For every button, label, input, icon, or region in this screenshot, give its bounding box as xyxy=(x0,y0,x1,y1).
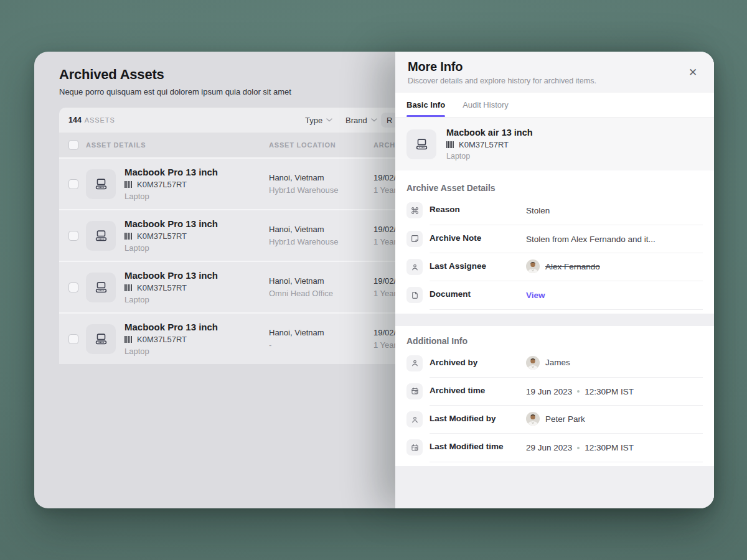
detail-label: Archived by xyxy=(430,358,526,367)
laptop-icon xyxy=(94,228,108,243)
detail-value: 19 Jun 2023 12:30PM IST xyxy=(526,386,703,398)
time-value: 12:30PM IST xyxy=(585,386,634,398)
asset-city: Hanoi, Vietnam xyxy=(269,225,374,234)
asset-serial: K0M37L57RT xyxy=(137,283,187,292)
user-name: James xyxy=(545,356,570,369)
chevron-down-icon xyxy=(326,118,332,122)
asset-name: Macbook air 13 inch xyxy=(446,128,533,138)
asset-thumb xyxy=(86,221,116,251)
note-icon xyxy=(406,231,423,247)
barcode-icon xyxy=(125,284,133,291)
calendar-clock-icon xyxy=(406,383,423,399)
select-all-checkbox[interactable] xyxy=(68,140,78,150)
filter-reason-label: R xyxy=(387,116,392,125)
detail-row-last-modified-by: Last Modified by Peter Park xyxy=(406,406,703,434)
section-divider xyxy=(395,314,714,326)
column-header-location: ASSET LOCATION xyxy=(269,141,374,149)
asset-serial: K0M37L57RT xyxy=(137,231,187,241)
asset-name: Macbook Pro 13 inch xyxy=(125,167,269,177)
asset-name: Macbook Pro 13 inch xyxy=(125,218,269,229)
barcode-icon xyxy=(125,181,133,188)
asset-summary-card: Macbook air 13 inch K0M37L57RT Laptop xyxy=(395,118,714,170)
asset-thumb xyxy=(406,129,436,159)
detail-label: Reason xyxy=(430,205,526,214)
barcode-icon xyxy=(125,336,133,343)
chevron-down-icon xyxy=(371,118,377,122)
laptop-icon xyxy=(94,332,108,346)
asset-site: Omni Head Office xyxy=(269,289,374,298)
assignee-name: Alex Fernando xyxy=(545,260,600,273)
tab-basic-info[interactable]: Basic Info xyxy=(406,93,445,117)
detail-row-archived-time: Archived time 19 Jun 2023 12:30PM IST xyxy=(406,378,703,406)
row-checkbox[interactable] xyxy=(68,179,78,189)
laptop-icon xyxy=(94,177,108,191)
avatar xyxy=(526,356,540,370)
asset-category: Laptop xyxy=(125,295,269,304)
avatar xyxy=(526,259,540,273)
row-checkbox[interactable] xyxy=(68,231,78,241)
detail-row-last-assignee: Last Assignee Alex Fernando xyxy=(406,253,703,281)
asset-thumb xyxy=(86,169,116,199)
user-name: Peter Park xyxy=(545,413,585,426)
dot-separator xyxy=(577,390,580,393)
person-icon xyxy=(406,259,423,275)
asset-site: Hybr1d Warehouse xyxy=(269,185,374,195)
asset-count: 144 ASSETS xyxy=(68,116,115,124)
asset-count-value: 144 xyxy=(68,116,82,124)
asset-category: Laptop xyxy=(125,347,269,356)
asset-serial: K0M37L57RT xyxy=(137,180,187,189)
barcode-icon xyxy=(446,141,454,148)
laptop-icon xyxy=(415,137,429,151)
detail-label: Document xyxy=(430,289,526,299)
asset-city: Hanoi, Vietnam xyxy=(269,328,374,337)
asset-site: - xyxy=(269,340,374,350)
filter-type-dropdown[interactable]: Type xyxy=(305,108,332,133)
panel-title: More Info xyxy=(408,60,702,74)
avatar xyxy=(526,412,540,426)
asset-city: Hanoi, Vietnam xyxy=(269,173,374,182)
asset-serial: K0M37L57RT xyxy=(459,140,509,149)
calendar-clock-icon xyxy=(406,439,423,455)
panel-header: More Info Discover details and explore h… xyxy=(395,52,714,93)
asset-name: Macbook Pro 13 inch xyxy=(125,322,269,332)
column-header-details: ASSET DETAILS xyxy=(86,141,269,149)
asset-name: Macbook Pro 13 inch xyxy=(125,270,269,281)
archive-asset-details-section: Archive Asset Details Reason Stolen Arch… xyxy=(395,170,714,314)
file-icon xyxy=(406,287,423,303)
command-icon xyxy=(406,202,423,218)
detail-value: Peter Park xyxy=(526,412,675,426)
detail-row-archived-by: Archived by James xyxy=(406,350,703,378)
person-icon xyxy=(406,355,423,371)
panel-footer xyxy=(395,466,714,508)
close-icon[interactable]: ✕ xyxy=(685,65,700,80)
asset-category: Laptop xyxy=(125,243,269,253)
detail-value: James xyxy=(526,356,675,370)
time-value: 12:30PM IST xyxy=(585,442,634,454)
detail-label: Archived time xyxy=(430,386,526,395)
section-heading: Archive Asset Details xyxy=(406,183,703,193)
asset-serial: K0M37L57RT xyxy=(137,335,187,344)
additional-info-section: Additional Info Archived by James Archiv… xyxy=(395,326,714,466)
dot-separator xyxy=(577,447,580,449)
row-checkbox[interactable] xyxy=(68,282,78,292)
detail-value: Stolen from Alex Fernando and it... xyxy=(526,233,658,246)
detail-value: Stolen xyxy=(526,205,675,217)
asset-site: Hybr1d Warehouse xyxy=(269,237,374,246)
laptop-icon xyxy=(94,280,108,294)
filter-brand-dropdown[interactable]: Brand xyxy=(345,108,377,133)
section-heading: Additional Info xyxy=(406,336,703,346)
asset-thumb xyxy=(86,324,116,354)
view-document-link[interactable]: View xyxy=(526,291,545,300)
detail-row-last-modified-time: Last Modified time 29 Jun 2023 12:30PM I… xyxy=(406,434,703,462)
detail-value: 29 Jun 2023 12:30PM IST xyxy=(526,442,703,454)
panel-tabs: Basic Info Audit History xyxy=(395,93,714,118)
row-checkbox[interactable] xyxy=(68,334,78,344)
barcode-icon xyxy=(125,233,133,240)
filter-type-label: Type xyxy=(305,116,322,125)
panel-subtitle: Discover details and explore history for… xyxy=(408,77,702,85)
asset-thumb xyxy=(86,273,116,302)
tab-audit-history[interactable]: Audit History xyxy=(463,93,509,117)
date-value: 19 Jun 2023 xyxy=(526,386,572,398)
asset-count-label: ASSETS xyxy=(85,116,115,124)
detail-label: Last Modified time xyxy=(430,442,526,451)
